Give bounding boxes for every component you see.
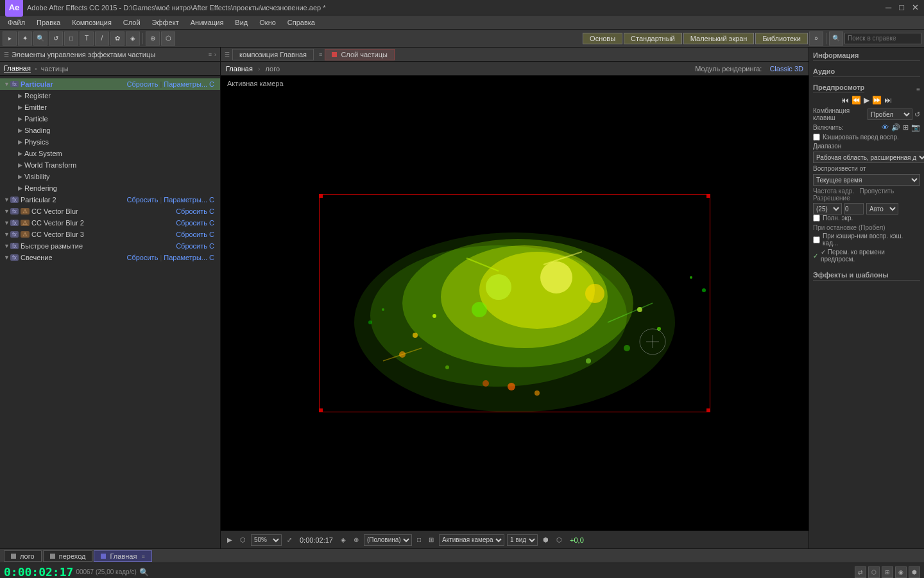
reset-ccvb-btn[interactable]: Сбросить xyxy=(176,207,207,215)
nav-logo[interactable]: лого xyxy=(266,65,280,73)
expand-glow-icon[interactable]: ▼ xyxy=(4,254,10,261)
expand-rendering-icon[interactable]: ▶ xyxy=(18,185,24,191)
tl-btn-1[interactable]: ⇄ xyxy=(855,566,866,578)
tl-btn-5[interactable]: ⬢ xyxy=(909,566,920,578)
panel-tab-home[interactable]: Главная xyxy=(4,64,31,73)
prev-play-btn[interactable]: ▶ xyxy=(864,96,869,105)
comp-tab-main[interactable]: композиция Главная xyxy=(232,49,314,60)
menu-help[interactable]: Справка xyxy=(282,17,320,28)
tool-text[interactable]: T xyxy=(80,31,94,46)
tool-puppet[interactable]: ◈ xyxy=(126,31,140,46)
zoom-select[interactable]: 50% 100% xyxy=(251,534,282,546)
workspace-basics[interactable]: Основы xyxy=(583,33,622,44)
workspace-small[interactable]: Маленький экран xyxy=(683,33,755,44)
c-particular2[interactable]: C xyxy=(209,196,214,204)
c-ccvb[interactable]: C xyxy=(209,207,214,215)
tl-btn-4[interactable]: ◉ xyxy=(895,566,907,578)
expand-visibility-icon[interactable]: ▶ xyxy=(18,173,24,180)
expand-fastblur-icon[interactable]: ▼ xyxy=(4,243,10,249)
nav-home[interactable]: Главная xyxy=(226,65,253,73)
quality-select[interactable]: (Половина) (Полное) xyxy=(364,534,412,546)
c-particular[interactable]: C xyxy=(209,80,214,88)
sub-aux-system[interactable]: ▶ Aux System xyxy=(0,148,220,159)
preview-menu-icon[interactable]: ≡ xyxy=(916,86,920,93)
tool-brush[interactable]: / xyxy=(95,31,109,46)
sub-visibility[interactable]: ▶ Visibility xyxy=(0,171,220,182)
menu-edit[interactable]: Правка xyxy=(31,17,65,28)
ctrl-3d-icon[interactable]: ⬢ xyxy=(540,535,551,545)
timecode[interactable]: 0:00:02:17 xyxy=(4,565,73,578)
tl-btn-3[interactable]: ⊞ xyxy=(882,566,893,578)
reset-particular-btn[interactable]: Сбросить xyxy=(126,80,158,88)
expand-particular2-icon[interactable]: ▼ xyxy=(4,197,10,203)
panel-tab-particles[interactable]: частицы xyxy=(41,65,69,73)
c-glow[interactable]: C xyxy=(209,254,214,261)
search-input[interactable] xyxy=(844,33,921,44)
sub-physics[interactable]: ▶ Physics xyxy=(0,136,220,148)
ctrl-render-icon[interactable]: ⬡ xyxy=(237,535,248,545)
camera-select[interactable]: Активная камера xyxy=(439,534,504,546)
menu-composition[interactable]: Композиция xyxy=(67,17,117,28)
tl-tab-transition[interactable]: переход xyxy=(43,550,93,562)
workspace-more[interactable]: » xyxy=(809,31,823,46)
tool-anchor[interactable]: ⊕ xyxy=(146,31,160,46)
grid-icon[interactable]: ⊞ xyxy=(903,123,909,132)
key-combo-refresh-icon[interactable]: ↺ xyxy=(914,110,920,119)
play-from-select[interactable]: Текущее время xyxy=(813,174,920,186)
reset-ccvb2-btn[interactable]: Сбросить xyxy=(176,219,207,227)
params-particular2-btn[interactable]: Параметры... xyxy=(164,196,207,204)
expand-ccvb2-icon[interactable]: ▼ xyxy=(4,220,10,226)
expand-ccvb-icon[interactable]: ▼ xyxy=(4,208,10,215)
expand-physics-icon[interactable]: ▶ xyxy=(18,139,24,145)
prev-first-btn[interactable]: ⏮ xyxy=(841,96,849,105)
search-icon[interactable]: 🔍 xyxy=(829,31,843,46)
layer-tab[interactable]: Слой частицы xyxy=(325,49,395,60)
maximize-button[interactable]: □ xyxy=(899,3,904,12)
effect-particular2[interactable]: ▼ fx Particular 2 Сбросить | Параметры..… xyxy=(0,194,220,206)
menu-view[interactable]: Вид xyxy=(230,17,253,28)
video-icon[interactable]: 👁 xyxy=(882,123,889,132)
skip-input[interactable] xyxy=(844,203,864,215)
view-select[interactable]: 1 вид xyxy=(507,534,538,546)
reset-fastblur-btn[interactable]: Сбросить xyxy=(176,242,207,250)
tool-zoom[interactable]: 🔍 xyxy=(33,31,47,46)
reset-particular2-btn[interactable]: Сбросить xyxy=(126,196,158,204)
expand-emitter-icon[interactable]: ▶ xyxy=(18,104,24,110)
effect-glow[interactable]: ▼ fx Свечение Сбросить | Параметры... C xyxy=(0,252,220,263)
menu-window[interactable]: Окно xyxy=(254,17,281,28)
c-ccvb3[interactable]: C xyxy=(209,231,214,238)
tool-pen[interactable]: ✦ xyxy=(18,31,32,46)
prev-forward-btn[interactable]: ⏩ xyxy=(872,96,882,105)
reset-ccvb3-btn[interactable]: Сбросить xyxy=(176,231,207,238)
ctrl-alpha-icon[interactable]: □ xyxy=(415,535,424,545)
tool-select[interactable]: ▸ xyxy=(3,31,17,46)
cache-checkbox[interactable] xyxy=(813,134,820,141)
ctrl-render2-icon[interactable]: ⬡ xyxy=(554,535,565,545)
range-select[interactable]: Рабочая область, расширенная д xyxy=(813,152,924,163)
effect-particular[interactable]: ▼ fx Particular Сбросить | Параметры... … xyxy=(0,78,220,90)
effect-cc-vector-blur[interactable]: ▼ fx ⚠ CC Vector Blur Сбросить C xyxy=(0,206,220,217)
expand-particular-icon[interactable]: ▼ xyxy=(4,81,10,87)
sub-rendering[interactable]: ▶ Rendering xyxy=(0,182,220,194)
fullscreen-checkbox[interactable] xyxy=(813,215,820,222)
sub-emitter[interactable]: ▶ Emitter xyxy=(0,101,220,113)
ctrl-grid-icon[interactable]: ⊞ xyxy=(426,535,436,545)
expand-aux-icon[interactable]: ▶ xyxy=(18,150,24,157)
sub-world-transform[interactable]: ▶ World Transform xyxy=(0,159,220,171)
expand-particle-icon[interactable]: ▶ xyxy=(18,116,24,122)
effect-cc-vector-blur3[interactable]: ▼ fx ⚠ CC Vector Blur 3 Сбросить C xyxy=(0,229,220,240)
ctrl-marker-icon[interactable]: ◈ xyxy=(338,535,348,545)
res-select[interactable]: Авто xyxy=(866,203,898,215)
tool-rotate[interactable]: ↺ xyxy=(49,31,63,46)
key-combo-select[interactable]: Пробел xyxy=(868,109,912,120)
fps-select[interactable]: (25) xyxy=(813,203,842,215)
tl-btn-2[interactable]: ⬡ xyxy=(868,566,880,578)
effect-fast-blur[interactable]: ▼ fx Быстрое размытие Сбросить C xyxy=(0,240,220,252)
workspace-libraries[interactable]: Библиотеки xyxy=(755,33,808,44)
reset-glow-btn[interactable]: Сбросить xyxy=(126,254,158,261)
expand-shading-icon[interactable]: ▶ xyxy=(18,127,24,134)
tool-shape[interactable]: □ xyxy=(64,31,78,46)
prev-last-btn[interactable]: ⏭ xyxy=(884,96,892,105)
camera-icon[interactable]: 📷 xyxy=(911,123,920,132)
cache-play-checkbox[interactable] xyxy=(813,236,820,243)
